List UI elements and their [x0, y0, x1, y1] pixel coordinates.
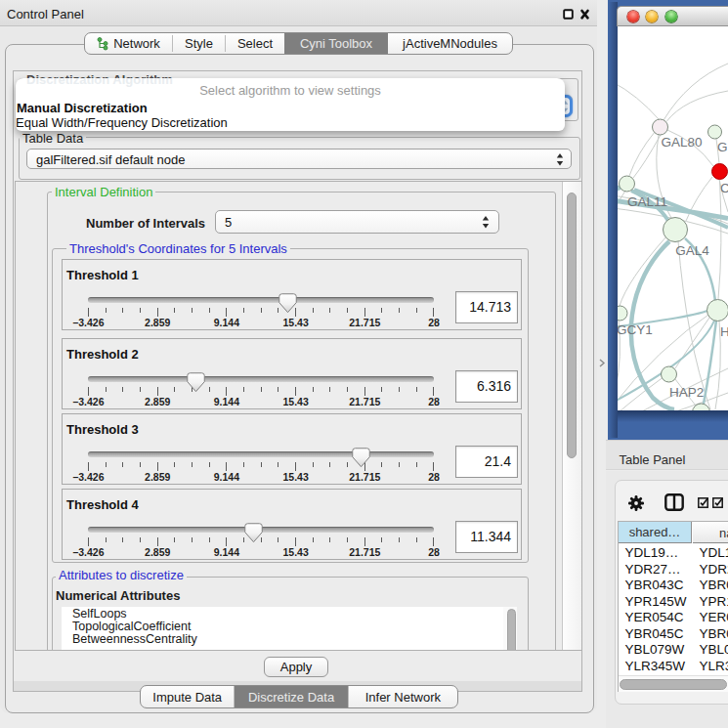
svg-text:H: H [720, 324, 728, 339]
svg-text:GAL11: GAL11 [627, 194, 667, 209]
svg-text:G: G [717, 140, 728, 154]
svg-text:GAL80: GAL80 [662, 135, 703, 150]
svg-text:HAP2: HAP2 [669, 385, 704, 400]
svg-text:GCY1: GCY1 [618, 322, 653, 337]
svg-text:GAL4: GAL4 [675, 243, 709, 258]
svg-text:C: C [720, 181, 728, 195]
